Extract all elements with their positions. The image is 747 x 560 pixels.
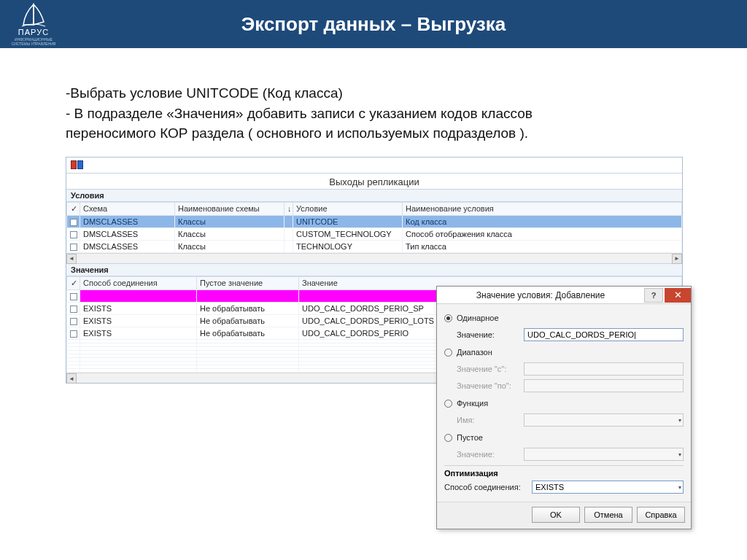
radio-range-row[interactable]: Диапазон — [444, 344, 684, 360]
section-conditions: Условия — [66, 189, 682, 202]
row-checkbox[interactable] — [70, 293, 77, 300]
join-value: EXISTS — [535, 483, 564, 491]
value-input[interactable] — [524, 328, 684, 341]
row-checkbox[interactable] — [70, 219, 77, 226]
ok-button[interactable]: OK — [532, 507, 580, 523]
col-schema-name[interactable]: Наименование схемы — [175, 202, 285, 215]
close-icon[interactable]: ✕ — [665, 288, 691, 303]
radio-range[interactable] — [444, 349, 452, 357]
join-label: Способ соединения: — [444, 483, 532, 491]
col-schema[interactable]: Схема — [80, 202, 175, 215]
bullet-1: -Выбрать условие UNITCODE (Код класса) — [66, 83, 681, 104]
radio-single[interactable] — [444, 314, 452, 322]
dialog-titlebar[interactable]: Значение условия: Добавление ? ✕ — [437, 287, 691, 304]
table-row[interactable]: DMSCLASSES Классы TECHNOLOGY Тип класса — [67, 240, 682, 252]
col-check[interactable]: ✓ — [67, 276, 80, 289]
sail-icon — [19, 3, 48, 29]
scroll-left-icon[interactable]: ◄ — [66, 373, 77, 384]
app-title: Выходы репликации — [66, 174, 682, 189]
radio-function-label: Функция — [457, 399, 488, 408]
dialog-help-button[interactable]: ? — [644, 288, 663, 303]
from-label: Значение "с": — [457, 365, 524, 373]
conditions-grid[interactable]: ✓ Схема Наименование схемы ↓ Условие Наи… — [66, 202, 682, 253]
radio-empty[interactable] — [444, 434, 452, 442]
bullet-2: - В подразделе «Значения» добавить запис… — [66, 104, 681, 124]
dialog-button-row: OK Отмена Справка — [437, 502, 691, 529]
name-select: ▾ — [524, 413, 684, 427]
row-checkbox[interactable] — [70, 231, 77, 238]
optimization-title: Оптимизация — [444, 469, 684, 478]
radio-range-label: Диапазон — [457, 348, 492, 357]
empty-value-label: Значение: — [457, 450, 524, 459]
brand-subtitle: ИНФОРМАЦИОННЫЕ СИСТЕМЫ УПРАВЛЕНИЯ — [6, 37, 61, 46]
to-input — [524, 379, 684, 392]
instruction-text: -Выбрать условие UNITCODE (Код класса) -… — [66, 83, 681, 144]
radio-function-row[interactable]: Функция — [444, 395, 684, 411]
row-checkbox[interactable] — [70, 306, 77, 313]
col-condition-name[interactable]: Наименование условия — [403, 202, 682, 215]
row-checkbox[interactable] — [70, 244, 77, 251]
row-checkbox[interactable] — [70, 318, 77, 325]
scroll-left-icon[interactable]: ◄ — [66, 254, 77, 264]
table-row[interactable]: DMSCLASSES Классы CUSTOM_TECHNOLOGY Спос… — [67, 228, 682, 240]
dialog-title: Значение условия: Добавление — [437, 290, 644, 300]
from-input — [524, 362, 684, 376]
scroll-right-icon[interactable]: ► — [672, 254, 682, 264]
help-button[interactable]: Справка — [637, 507, 685, 523]
col-empty[interactable]: Пустое значение — [197, 276, 299, 289]
bullet-3: переносимого КОР раздела ( основного и и… — [66, 123, 681, 144]
chevron-down-icon: ▾ — [678, 417, 681, 424]
name-label: Имя: — [457, 416, 524, 424]
table-row[interactable]: DMSCLASSES Классы UNITCODE Код класса — [67, 215, 682, 228]
empty-value-select: ▾ — [524, 448, 684, 461]
toolbar-icon-red[interactable] — [71, 160, 77, 169]
radio-single-label: Одинарное — [457, 314, 499, 322]
slide-header: ПАРУС ИНФОРМАЦИОННЫЕ СИСТЕМЫ УПРАВЛЕНИЯ … — [0, 0, 747, 48]
brand-text: ПАРУС — [6, 28, 61, 36]
toolbar-icon-blue[interactable] — [77, 160, 83, 169]
add-value-dialog: Значение условия: Добавление ? ✕ Одинарн… — [436, 286, 692, 529]
col-join[interactable]: Способ соединения — [80, 276, 197, 289]
slide-title: Экспорт данных – Выгрузка — [0, 13, 747, 36]
to-label: Значение "по": — [457, 381, 524, 390]
col-sort-icon[interactable]: ↓ — [285, 202, 293, 215]
radio-single-row[interactable]: Одинарное — [444, 310, 684, 326]
brand-logo: ПАРУС ИНФОРМАЦИОННЫЕ СИСТЕМЫ УПРАВЛЕНИЯ — [6, 3, 61, 46]
section-values: Значения — [66, 263, 682, 276]
dialog-separator — [444, 465, 684, 466]
hscroll-conditions[interactable]: ◄ ► — [66, 253, 682, 263]
row-checkbox[interactable] — [70, 330, 77, 338]
radio-empty-label: Пустое — [457, 433, 483, 442]
col-check[interactable]: ✓ — [67, 202, 80, 215]
col-condition[interactable]: Условие — [293, 202, 403, 215]
chevron-down-icon[interactable]: ▾ — [678, 484, 681, 491]
value-label: Значение: — [457, 330, 524, 339]
radio-empty-row[interactable]: Пустое — [444, 429, 684, 446]
cancel-button[interactable]: Отмена — [584, 507, 632, 523]
radio-function[interactable] — [444, 400, 452, 408]
chevron-down-icon: ▾ — [678, 451, 681, 458]
join-select[interactable]: EXISTS ▾ — [532, 481, 684, 494]
app-toolbar — [66, 158, 682, 174]
